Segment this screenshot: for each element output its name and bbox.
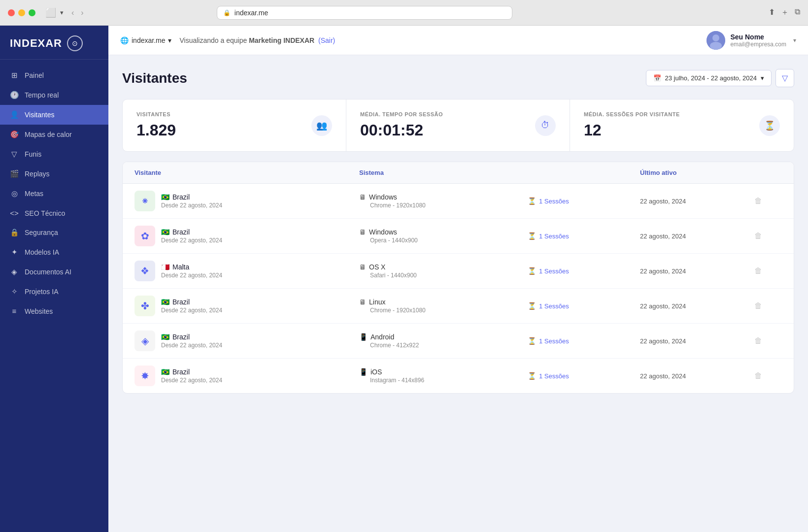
col-header-last-active: Último ativo bbox=[640, 169, 752, 176]
actions-cell: 🗑 bbox=[752, 299, 782, 312]
sessions-cell: ⏳ 1 Sessões bbox=[528, 197, 640, 205]
header-team-info: Visualizando a equipe Marketing INDEXAR … bbox=[179, 36, 335, 44]
sidebar-logo: INDEXAR ⊙ bbox=[0, 26, 108, 60]
metas-icon: ◎ bbox=[10, 189, 19, 198]
extensions-icon[interactable]: ⧉ bbox=[795, 7, 800, 18]
stat-icon: ⏱ bbox=[535, 115, 556, 136]
visitor-info: 🇧🇷 Brazil Desde 22 agosto, 2024 bbox=[161, 228, 222, 244]
seguranca-icon: 🔒 bbox=[10, 228, 19, 237]
visitor-name[interactable]: 🇧🇷 Brazil bbox=[161, 368, 222, 376]
stat-card-visitantes: VISITANTES 1.829 👥 bbox=[123, 100, 346, 151]
os-icon: 🖥 bbox=[359, 193, 366, 201]
tempo-real-icon: 🕐 bbox=[10, 91, 19, 100]
sidebar-item-visitantes[interactable]: 👤 Visitantes bbox=[0, 105, 108, 125]
delete-visitor-button[interactable]: 🗑 bbox=[752, 369, 764, 382]
user-email-text: email@empresa.com bbox=[730, 41, 786, 48]
visitor-name[interactable]: 🇧🇷 Brazil bbox=[161, 193, 222, 201]
country-name: Brazil bbox=[172, 368, 190, 376]
sessions-link[interactable]: 1 Sessões bbox=[539, 302, 569, 310]
page-content: Visitantes 📅 23 julho, 2024 - 22 agosto,… bbox=[108, 55, 808, 532]
stat-value: 1.829 bbox=[136, 121, 176, 139]
sidebar-item-funis[interactable]: ▽ Funis bbox=[0, 144, 108, 164]
sidebar-item-label: Mapas de calor bbox=[25, 131, 72, 138]
address-bar[interactable]: 🔒 indexar.me bbox=[217, 6, 512, 20]
date-range-picker[interactable]: 📅 23 julho, 2024 - 22 agosto, 2024 ▾ bbox=[646, 70, 772, 86]
share-icon[interactable]: ⬆ bbox=[769, 7, 775, 18]
visitors-table: Visitante Sistema Último ativo ⁕ 🇧🇷 Braz… bbox=[122, 162, 794, 394]
user-profile[interactable]: Seu Nome email@empresa.com ▾ bbox=[707, 31, 796, 50]
table-row: ✤ 🇧🇷 Brazil Desde 22 agosto, 2024 🖥 Linu… bbox=[123, 289, 794, 324]
visitantes-icon: 👤 bbox=[10, 110, 19, 119]
date-filter-controls: 📅 23 julho, 2024 - 22 agosto, 2024 ▾ ▽ bbox=[646, 69, 794, 87]
logo-icon: ⊙ bbox=[67, 35, 83, 51]
sidebar-item-metas[interactable]: ◎ Metas bbox=[0, 184, 108, 203]
sidebar-item-label: Websites bbox=[25, 307, 53, 315]
sessions-cell: ⏳ 1 Sessões bbox=[528, 337, 640, 345]
sidebar-item-documentos-ai[interactable]: ◈ Documentos AI bbox=[0, 262, 108, 282]
visitor-name[interactable]: 🇲🇹 Malta bbox=[161, 263, 222, 271]
viewing-label: Visualizando a equipe bbox=[179, 36, 247, 44]
browser-back-button[interactable]: ‹ bbox=[69, 6, 76, 19]
sidebar-item-replays[interactable]: 🎬 Replays bbox=[0, 164, 108, 184]
sessions-link[interactable]: 1 Sessões bbox=[539, 267, 569, 275]
visitor-name[interactable]: 🇧🇷 Brazil bbox=[161, 298, 222, 306]
delete-visitor-button[interactable]: 🗑 bbox=[752, 299, 764, 312]
maximize-window-button[interactable] bbox=[29, 9, 35, 16]
close-window-button[interactable] bbox=[8, 9, 15, 16]
visitor-name[interactable]: 🇧🇷 Brazil bbox=[161, 333, 222, 341]
delete-visitor-button[interactable]: 🗑 bbox=[752, 334, 764, 347]
minimize-window-button[interactable] bbox=[18, 9, 25, 16]
delete-visitor-button[interactable]: 🗑 bbox=[752, 195, 764, 207]
browser-forward-button[interactable]: › bbox=[79, 6, 85, 19]
last-active-cell: 22 agosto, 2024 bbox=[640, 198, 752, 205]
date-dropdown-arrow: ▾ bbox=[761, 74, 764, 82]
os-name: 🖥 Windows bbox=[359, 228, 528, 236]
seo-tecnico-icon: <> bbox=[10, 209, 19, 217]
user-display-name: Seu Nome bbox=[730, 33, 786, 41]
sidebar-item-label: SEO Técnico bbox=[25, 209, 65, 217]
sidebar-item-seguranca[interactable]: 🔒 Segurança bbox=[0, 223, 108, 242]
header-site-name[interactable]: indexar.me bbox=[132, 36, 165, 44]
sidebar-item-label: Documentos AI bbox=[25, 268, 71, 276]
sidebar-item-websites[interactable]: ≡ Websites bbox=[0, 301, 108, 321]
sidebar-item-tempo-real[interactable]: 🕐 Tempo real bbox=[0, 85, 108, 105]
sessions-link[interactable]: 1 Sessões bbox=[539, 372, 569, 380]
svg-point-1 bbox=[712, 34, 719, 41]
sessions-link[interactable]: 1 Sessões bbox=[539, 198, 569, 205]
country-name: Brazil bbox=[172, 298, 190, 306]
visitor-name[interactable]: 🇧🇷 Brazil bbox=[161, 228, 222, 236]
table-header: Visitante Sistema Último ativo bbox=[123, 162, 794, 184]
dropdown-arrow[interactable]: ▾ bbox=[168, 36, 171, 44]
filter-button[interactable]: ▽ bbox=[775, 69, 794, 87]
actions-cell: 🗑 bbox=[752, 195, 782, 207]
sidebar-item-seo-tecnico[interactable]: <> SEO Técnico bbox=[0, 203, 108, 223]
sessions-icon: ⏳ bbox=[528, 267, 536, 275]
sessions-cell: ⏳ 1 Sessões bbox=[528, 372, 640, 380]
svg-point-2 bbox=[710, 42, 722, 50]
sidebar-nav: ⊞ Painel 🕐 Tempo real 👤 Visitantes 🎯 Map… bbox=[0, 60, 108, 532]
visitor-cell: ◈ 🇧🇷 Brazil Desde 22 agosto, 2024 bbox=[135, 331, 359, 351]
filter-icon: ▽ bbox=[782, 74, 788, 82]
sessions-link[interactable]: 1 Sessões bbox=[539, 233, 569, 240]
visitor-info: 🇲🇹 Malta Desde 22 agosto, 2024 bbox=[161, 263, 222, 279]
browser-sidebar-toggle[interactable]: ⬜ ▾ bbox=[45, 7, 64, 18]
leave-team-link[interactable]: (Sair) bbox=[318, 36, 335, 44]
visitor-info: 🇧🇷 Brazil Desde 22 agosto, 2024 bbox=[161, 298, 222, 314]
user-avatar bbox=[707, 31, 725, 50]
sidebar-item-modelos-ia[interactable]: ✦ Modelos IA bbox=[0, 242, 108, 262]
sidebar-item-mapas-de-calor[interactable]: 🎯 Mapas de calor bbox=[0, 125, 108, 144]
visitor-since: Desde 22 agosto, 2024 bbox=[161, 202, 222, 209]
visitor-cell: ❖ 🇲🇹 Malta Desde 22 agosto, 2024 bbox=[135, 261, 359, 281]
delete-visitor-button[interactable]: 🗑 bbox=[752, 265, 764, 277]
sessions-link[interactable]: 1 Sessões bbox=[539, 337, 569, 345]
table-row: ⁕ 🇧🇷 Brazil Desde 22 agosto, 2024 🖥 Wind… bbox=[123, 184, 794, 219]
sidebar-item-projetos-ia[interactable]: ✧ Projetos IA bbox=[0, 282, 108, 301]
stat-value: 00:01:52 bbox=[360, 121, 443, 139]
browser-chrome: ⬜ ▾ ‹ › 🔒 indexar.me ⬆ ＋ ⧉ bbox=[0, 0, 808, 26]
new-tab-icon[interactable]: ＋ bbox=[781, 7, 789, 18]
visitor-cell: ⁕ 🇧🇷 Brazil Desde 22 agosto, 2024 bbox=[135, 191, 359, 211]
visitor-since: Desde 22 agosto, 2024 bbox=[161, 272, 222, 279]
visitor-avatar: ✤ bbox=[135, 296, 155, 316]
sidebar-item-painel[interactable]: ⊞ Painel bbox=[0, 66, 108, 85]
delete-visitor-button[interactable]: 🗑 bbox=[752, 230, 764, 242]
